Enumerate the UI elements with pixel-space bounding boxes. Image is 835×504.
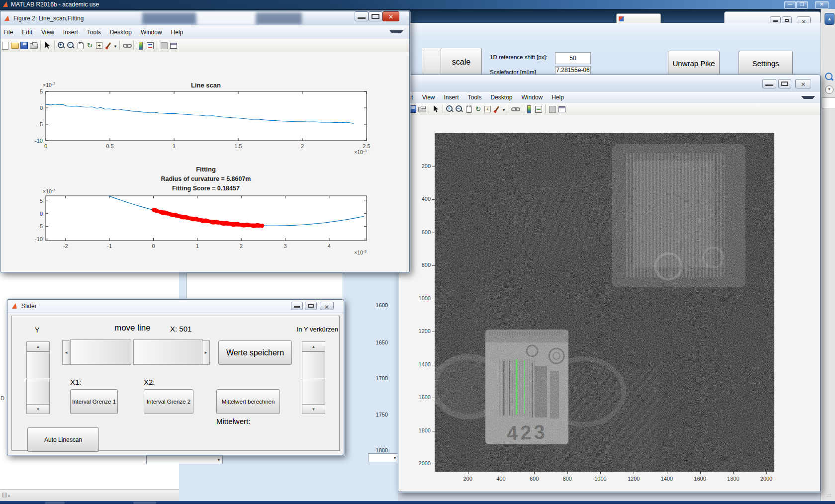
save-values-button[interactable]: Werte speichern: [218, 340, 292, 365]
move-line-slider-left[interactable]: ◄: [62, 340, 70, 365]
dropdown-circle-icon[interactable]: ▼: [825, 85, 834, 94]
taskbar-item[interactable]: [45, 502, 65, 504]
cursor-icon[interactable]: [43, 41, 52, 50]
data-cursor-icon[interactable]: +: [483, 105, 492, 113]
slider-minimize-button[interactable]: [291, 302, 303, 310]
move-line-slider-right[interactable]: ►: [202, 340, 210, 365]
hide-plot-tools-icon[interactable]: [160, 41, 168, 50]
link-plot-icon[interactable]: [511, 105, 519, 113]
rotate-icon[interactable]: ↻: [86, 41, 94, 50]
resize-grip[interactable]: .::: [827, 493, 832, 498]
hide-plot-tools-icon[interactable]: [548, 105, 557, 113]
link-plot-icon[interactable]: [122, 41, 131, 50]
new-figure-icon[interactable]: [1, 41, 9, 50]
zoom-in-icon[interactable]: +: [57, 41, 66, 50]
unwrap-pike-button[interactable]: Unwrap Pike: [668, 51, 720, 76]
menu-view[interactable]: View: [418, 94, 440, 101]
rotate-icon[interactable]: ↻: [474, 105, 482, 113]
save-icon[interactable]: [20, 41, 28, 50]
interval-grenze2-button[interactable]: Interval Grenze 2: [144, 389, 193, 414]
fig2-minimize-button[interactable]: [355, 11, 369, 21]
main-close-button[interactable]: ✕: [815, 1, 829, 9]
menu-tools[interactable]: Tools: [83, 29, 105, 36]
zoom-out-icon[interactable]: −: [455, 105, 464, 113]
brush-dropdown-icon[interactable]: ▼: [113, 44, 117, 49]
menu-window[interactable]: Window: [517, 94, 548, 101]
image-figure-titlebar[interactable]: [398, 75, 820, 92]
fig2-maximize-button[interactable]: [369, 11, 382, 21]
menu-file[interactable]: File: [0, 29, 17, 36]
brush-dropdown-icon[interactable]: ▼: [502, 108, 506, 112]
imgfig-maximize-button[interactable]: [778, 79, 791, 88]
print-icon[interactable]: [29, 41, 38, 50]
settings-button[interactable]: Settings: [739, 51, 793, 76]
move-line-slider-thumb-1[interactable]: [70, 339, 131, 365]
menu-overflow-icon[interactable]: [801, 96, 815, 99]
mittelwert-berechnen-button[interactable]: Mittelwert berechnen: [216, 389, 280, 414]
menu-help[interactable]: Help: [547, 94, 568, 101]
open-icon[interactable]: [10, 41, 19, 50]
slider-maximize-button[interactable]: [305, 302, 317, 310]
interval-grenze1-button[interactable]: Interval Grenze 1: [70, 389, 118, 414]
slider-close-button[interactable]: ✕: [320, 302, 334, 310]
menu-view[interactable]: View: [37, 29, 59, 36]
menu-tools[interactable]: Tools: [464, 94, 486, 101]
colorbar-icon[interactable]: [136, 41, 145, 50]
zoom-out-icon[interactable]: −: [67, 41, 75, 50]
svg-text:Fitting: Fitting: [196, 166, 216, 173]
menu-help[interactable]: Help: [167, 29, 188, 36]
plot-tools-icon[interactable]: [169, 41, 178, 50]
desktop: MATLAB R2016b - academic use — ❐ ✕ ✕ sca…: [0, 0, 835, 504]
lineScan-fitting-plots[interactable]: 00.511.522.550-5-10Line scan×10-7×10-3-2…: [1, 52, 409, 271]
imgfig-close-button[interactable]: ✕: [795, 79, 811, 88]
pan-icon[interactable]: [464, 105, 473, 113]
zoom-in-icon[interactable]: +: [446, 105, 454, 113]
search-icon[interactable]: [825, 73, 833, 80]
colorbar-icon[interactable]: [525, 105, 533, 113]
panel-button-fragment[interactable]: [422, 48, 442, 76]
main-minimize-button[interactable]: —: [784, 1, 796, 9]
menu-insert[interactable]: Insert: [59, 29, 83, 36]
legend-icon[interactable]: [534, 105, 543, 113]
print-icon[interactable]: [418, 105, 426, 113]
fig2-close-button[interactable]: ✕: [382, 11, 399, 21]
menu-overflow-icon[interactable]: [389, 30, 403, 33]
y-slider-track-lower[interactable]: [26, 379, 50, 405]
menu-desktop[interactable]: Desktop: [486, 94, 517, 101]
background-dropdown-b[interactable]: ▼: [146, 455, 223, 464]
figure2-titlebar[interactable]: Figure 2: Line_scan,Fitting: [0, 11, 409, 26]
pan-icon[interactable]: [76, 41, 85, 50]
left-edge-fragment: D: [0, 395, 4, 401]
cursor-icon[interactable]: [432, 105, 440, 113]
brush-icon[interactable]: [493, 105, 501, 113]
measurement-image[interactable]: 423: [435, 133, 774, 472]
menu-edit[interactable]: Edit: [17, 29, 37, 36]
windows-taskbar[interactable]: [0, 501, 835, 504]
taskbar-item[interactable]: [133, 502, 156, 504]
menu-insert[interactable]: Insert: [439, 94, 463, 101]
brush-icon[interactable]: [104, 41, 113, 50]
shorten-slider-up[interactable]: ▲: [302, 341, 325, 351]
shorten-slider-track-upper[interactable]: [302, 351, 325, 378]
y-slider-track-upper[interactable]: [26, 351, 50, 378]
move-line-slider-thumb-2[interactable]: [133, 339, 203, 365]
shorten-slider-down[interactable]: ▼: [302, 404, 325, 414]
side-panel-box: [822, 97, 835, 108]
menu-window[interactable]: Window: [136, 29, 167, 36]
image-x-tick-label: 200: [458, 476, 478, 482]
scale-button[interactable]: scale: [441, 48, 482, 77]
legend-icon[interactable]: [146, 41, 154, 50]
ref-shift-input[interactable]: 50: [555, 52, 591, 64]
y-slider-down[interactable]: ▼: [26, 404, 50, 414]
y-slider-up[interactable]: ▲: [26, 341, 50, 351]
imgfig-minimize-button[interactable]: [762, 79, 776, 88]
menu-desktop[interactable]: Desktop: [105, 29, 136, 36]
drag-grip-icon[interactable]: ||||▲: [2, 492, 10, 498]
collapse-panel-button[interactable]: ▲: [825, 13, 835, 25]
main-restore-button[interactable]: ❐: [796, 1, 808, 9]
background-dropdown-a[interactable]: ▼: [368, 453, 399, 462]
auto-linescan-button[interactable]: Auto Linescan: [27, 427, 99, 452]
plot-tools-icon[interactable]: [557, 105, 566, 113]
data-cursor-icon[interactable]: +: [95, 41, 103, 50]
shorten-slider-track-lower[interactable]: [302, 379, 325, 405]
